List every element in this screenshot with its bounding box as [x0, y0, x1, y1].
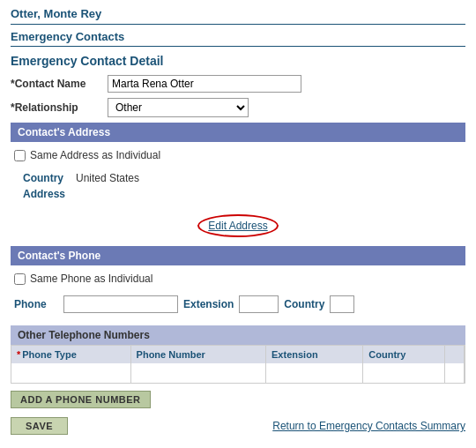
form-title: Emergency Contact Detail	[11, 54, 465, 68]
col-phone-number: Phone Number	[130, 346, 265, 363]
col-phone-type: Phone Type	[11, 346, 130, 363]
same-address-checkbox[interactable]	[14, 150, 26, 161]
col-extension: Extension	[266, 346, 363, 363]
other-telephone-header: Other Telephone Numbers	[11, 325, 465, 345]
address-section-header: Contact's Address	[11, 123, 465, 142]
contact-name-label: *Contact Name	[11, 78, 108, 90]
phone-country-label: Country	[284, 298, 324, 310]
cell-action	[445, 363, 465, 383]
save-button[interactable]: Save	[11, 417, 68, 435]
cell-extension	[266, 363, 363, 383]
table-row	[11, 363, 465, 383]
relationship-label: *Relationship	[11, 101, 108, 114]
return-link[interactable]: Return to Emergency Contacts Summary	[272, 420, 465, 432]
edit-address-link[interactable]: Edit Address	[197, 214, 278, 237]
section-title: Emergency Contacts	[11, 30, 465, 47]
add-phone-button[interactable]: Add A Phone Number	[11, 391, 151, 408]
phone-section-header: Contact's Phone	[11, 246, 465, 265]
phone-label: Phone	[14, 298, 58, 310]
cell-country	[363, 363, 445, 383]
phone-table: Phone Type Phone Number Extension Countr…	[11, 346, 465, 383]
contact-name-input[interactable]	[108, 75, 301, 93]
person-name: Otter, Monte Rey	[11, 7, 465, 20]
same-phone-checkbox[interactable]	[14, 273, 26, 285]
col-action	[445, 346, 465, 363]
address-label: Address	[23, 188, 76, 200]
cell-phone-type	[11, 363, 130, 383]
phone-country-input[interactable]	[330, 295, 354, 313]
phone-input[interactable]	[63, 295, 178, 313]
country-value: United States	[76, 172, 139, 184]
extension-label: Extension	[183, 298, 234, 310]
same-phone-label: Same Phone as Individual	[30, 273, 152, 285]
country-label: Country	[23, 172, 76, 184]
cell-phone-number	[130, 363, 265, 383]
relationship-select[interactable]: Other Spouse Parent Child Sibling Friend	[108, 98, 249, 117]
extension-input[interactable]	[239, 295, 279, 313]
col-country: Country	[363, 346, 445, 363]
same-address-label: Same Address as Individual	[30, 149, 160, 161]
